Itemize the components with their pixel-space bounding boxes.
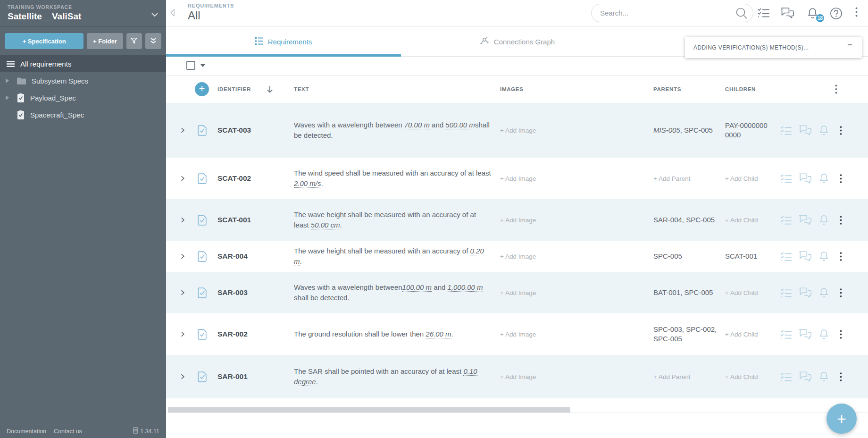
add-parent-button[interactable]: + Add Parent [653,373,690,380]
row-expand-chevron-icon[interactable] [179,253,188,260]
workspace-chevron-down-icon[interactable] [151,10,159,19]
col-children[interactable]: CHILDREN [725,86,756,92]
expander-triangle-icon[interactable] [6,95,17,100]
parents-cell[interactable]: + Add Parent [653,372,720,381]
add-parent-button[interactable]: + Add Parent [653,175,690,182]
row-bell-icon[interactable] [818,251,829,262]
children-cell[interactable]: + Add Child [725,174,771,183]
col-parents[interactable]: PARENTS [653,86,681,92]
add-image-button[interactable]: + Add Image [500,373,594,380]
row-bell-icon[interactable] [818,287,829,299]
tasks-icon[interactable] [757,7,770,20]
requirement-text[interactable]: Waves with a wavelength between100.00 m … [294,282,492,303]
contact-us-link[interactable]: Contact us [54,428,82,435]
search-icon[interactable] [735,7,748,22]
sidebar-item-subsystem-specs[interactable]: Subsystem Specs [0,72,166,89]
parents-cell[interactable]: BAT-001, SPC-005 [653,288,720,297]
requirement-text[interactable]: The ground resolution shall be lower the… [294,329,492,339]
add-image-button[interactable]: + Add Image [500,217,594,224]
row-bell-icon[interactable] [818,328,829,340]
row-kebab-icon[interactable] [840,288,842,297]
add-image-button[interactable]: + Add Image [500,127,594,134]
add-child-button[interactable]: + Add Child [725,331,758,338]
row-kebab-icon[interactable] [840,252,842,261]
select-menu-caret-icon[interactable] [200,64,205,67]
expander-triangle-icon[interactable] [6,78,17,83]
row-expand-chevron-icon[interactable] [179,126,188,134]
add-image-button[interactable]: + Add Image [500,331,594,338]
row-tasks-icon[interactable] [780,251,792,261]
topbar-kebab-icon[interactable] [855,7,858,19]
row-expand-chevron-icon[interactable] [179,373,188,380]
children-cell[interactable]: + Add Child [725,329,771,339]
search-input[interactable] [600,5,727,21]
row-bell-icon[interactable] [818,173,829,185]
requirement-text[interactable]: The wind speed shall be measured with an… [294,168,492,189]
sidebar-item-spacecraft-spec[interactable]: Spacecraft_Spec [0,106,166,123]
row-chat-icon[interactable] [799,371,812,383]
requirement-identifier[interactable]: SAR-001 [217,372,279,381]
add-image-button[interactable]: + Add Image [500,289,594,296]
add-image-button[interactable]: + Add Image [500,175,594,182]
row-tasks-icon[interactable] [780,215,792,225]
row-chat-icon[interactable] [799,287,812,299]
add-child-button[interactable]: + Add Child [725,217,758,224]
parents-cell[interactable]: SPC-005 [653,252,720,261]
add-image-button[interactable]: + Add Image [500,253,594,260]
requirement-identifier[interactable]: SCAT-002 [217,174,279,183]
row-bell-icon[interactable] [818,125,829,136]
chat-icon[interactable] [780,7,794,21]
row-chat-icon[interactable] [799,125,812,136]
help-icon[interactable] [830,7,843,22]
parents-cell[interactable]: SAR-004, SPC-005 [653,215,720,225]
row-chat-icon[interactable] [799,328,812,340]
children-cell[interactable]: + Add Child [725,288,771,297]
sort-desc-icon[interactable] [266,85,274,95]
row-expand-chevron-icon[interactable] [179,289,188,296]
parents-cell[interactable]: + Add Parent [653,174,720,183]
row-tasks-icon[interactable] [780,173,792,184]
children-cell[interactable]: PAY-00000000000 [725,121,771,140]
select-all-checkbox[interactable] [186,61,195,70]
row-tasks-icon[interactable] [780,329,792,339]
filter-button[interactable] [126,33,142,49]
requirement-text[interactable]: The wave height shall be measured with a… [294,210,492,230]
tab-requirements[interactable]: Requirements [166,27,400,56]
add-requirement-button[interactable]: + [195,82,209,96]
add-child-button[interactable]: + Add Child [725,373,758,380]
requirement-identifier[interactable]: SAR-004 [217,252,279,261]
row-kebab-icon[interactable] [840,174,842,183]
back-chevron-icon[interactable] [170,8,175,19]
collapse-all-button[interactable] [145,33,161,49]
children-cell[interactable]: SCAT-001 [725,252,771,261]
requirement-text[interactable]: The wave height shall be measured with a… [294,246,492,267]
requirement-identifier[interactable]: SCAT-001 [217,216,279,224]
requirement-identifier[interactable]: SCAT-003 [217,126,279,135]
col-identifier[interactable]: IDENTIFIER [217,86,251,92]
row-expand-chevron-icon[interactable] [179,175,188,182]
col-text[interactable]: TEXT [294,86,309,92]
children-cell[interactable]: + Add Child [725,215,771,225]
add-specification-button[interactable]: + Specification [5,33,83,49]
requirement-text[interactable]: The SAR shall be pointed with an accurac… [294,366,492,387]
row-chat-icon[interactable] [799,214,812,226]
row-tasks-icon[interactable] [780,371,792,382]
row-chat-icon[interactable] [799,173,812,185]
row-expand-chevron-icon[interactable] [179,330,188,338]
parents-cell[interactable]: MIS-005, SPC-005 [653,126,720,135]
row-tasks-icon[interactable] [780,125,792,135]
requirement-identifier[interactable]: SAR-002 [217,330,279,338]
add-child-button[interactable]: + Add Child [725,289,758,296]
row-chat-icon[interactable] [799,251,812,262]
requirement-identifier[interactable]: SAR-003 [217,288,279,297]
row-expand-chevron-icon[interactable] [179,216,188,224]
col-images[interactable]: IMAGES [500,86,524,92]
parents-cell[interactable]: SPC-003, SPC-002, SPC-005 [653,325,720,344]
row-bell-icon[interactable] [818,371,829,383]
row-tasks-icon[interactable] [780,287,792,298]
row-kebab-icon[interactable] [840,216,842,225]
fab-add-button[interactable]: + [826,404,857,434]
documentation-link[interactable]: Documentation [7,428,46,435]
row-kebab-icon[interactable] [840,126,842,135]
row-kebab-icon[interactable] [840,330,842,339]
